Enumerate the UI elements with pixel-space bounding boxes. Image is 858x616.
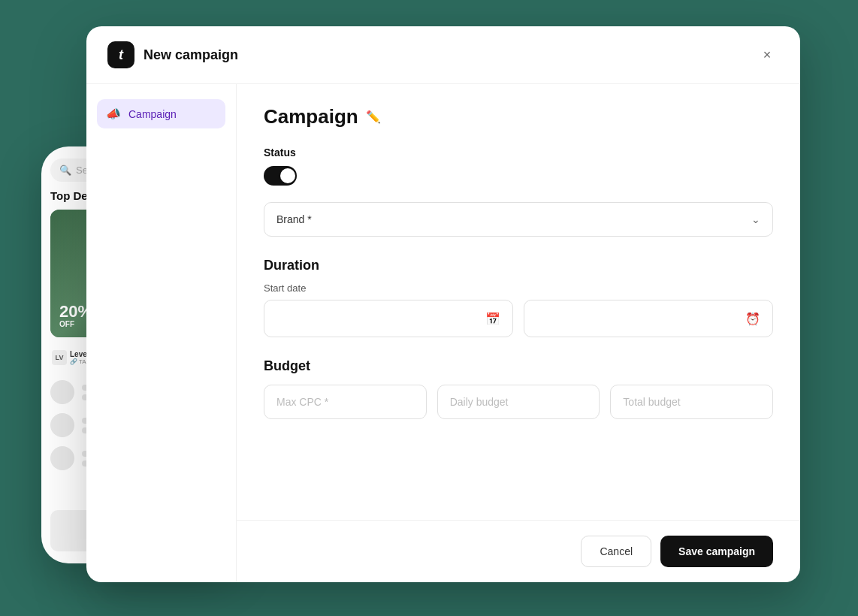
skeleton-avatar-2: [50, 413, 74, 437]
status-label: Status: [264, 146, 773, 159]
modal-header-left: t New campaign: [107, 41, 238, 68]
total-budget-placeholder: Total budget: [623, 396, 680, 408]
duration-title: Duration: [264, 258, 773, 273]
edit-icon[interactable]: ✏️: [366, 110, 381, 124]
modal-sidebar: 📣 Campaign: [86, 84, 237, 582]
modal-body: 📣 Campaign Campaign ✏️ Status: [86, 84, 800, 582]
clock-icon: ⏰: [745, 312, 760, 326]
tabby-logo: t: [107, 41, 134, 68]
modal-footer: Cancel Save campaign: [237, 520, 800, 582]
modal-title: New campaign: [144, 47, 238, 63]
daily-budget-input[interactable]: Daily budget: [437, 385, 600, 419]
toggle-knob: [280, 168, 295, 183]
date-inputs-row: 📅 ⏰: [264, 300, 773, 337]
skeleton-avatar-3: [50, 446, 74, 470]
max-cpc-input[interactable]: Max CPC *: [264, 385, 427, 419]
close-button[interactable]: ×: [755, 43, 779, 67]
total-budget-input[interactable]: Total budget: [610, 385, 773, 419]
daily-budget-placeholder: Daily budget: [450, 396, 509, 408]
status-toggle-container: [264, 166, 773, 186]
duration-section: Duration Start date 📅 ⏰: [264, 258, 773, 337]
search-icon: 🔍: [59, 165, 71, 176]
sidebar-item-label: Campaign: [128, 108, 177, 120]
skeleton-avatar-1: [50, 380, 74, 404]
save-campaign-button[interactable]: Save campaign: [660, 536, 773, 567]
date-picker-input[interactable]: 📅: [264, 300, 513, 337]
max-cpc-placeholder: Max CPC *: [276, 396, 328, 408]
time-picker-input[interactable]: ⏰: [524, 300, 773, 337]
cancel-button[interactable]: Cancel: [581, 536, 651, 567]
calendar-icon: 📅: [485, 312, 500, 326]
status-toggle[interactable]: [264, 166, 297, 186]
campaign-icon: 📣: [106, 107, 121, 121]
modal-header: t New campaign ×: [86, 26, 800, 84]
start-date-label: Start date: [264, 282, 773, 294]
budget-title: Budget: [264, 358, 773, 374]
status-section: Status: [264, 146, 773, 186]
chevron-down-icon: ⌄: [751, 213, 760, 225]
budget-section: Budget Max CPC * Daily budget Total budg…: [264, 358, 773, 419]
budget-inputs-row: Max CPC * Daily budget Total budget: [264, 385, 773, 419]
content-title: Campaign: [264, 105, 358, 128]
campaign-modal: t New campaign × 📣 Campaign Campaign ✏️: [86, 26, 800, 582]
sidebar-item-campaign[interactable]: 📣 Campaign: [97, 99, 225, 128]
brand-dropdown[interactable]: Brand * ⌄: [264, 202, 773, 237]
content-title-row: Campaign ✏️: [264, 105, 773, 128]
brand-logo: LV: [52, 350, 67, 365]
brand-placeholder: Brand *: [276, 213, 312, 225]
modal-main-content: Campaign ✏️ Status Brand * ⌄: [237, 84, 800, 520]
